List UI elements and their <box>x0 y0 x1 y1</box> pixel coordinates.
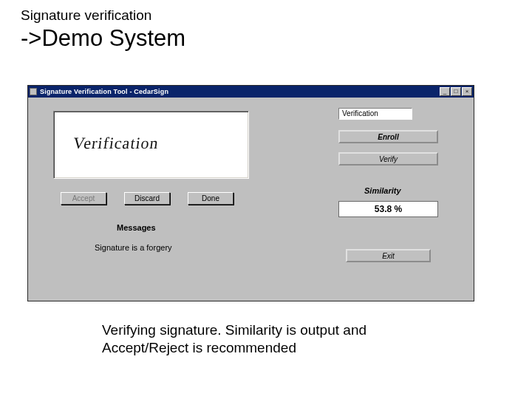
slide-overtitle: Signature verification <box>21 7 511 24</box>
messages-header: Messages <box>117 223 156 232</box>
slide-title: ->Demo System <box>21 25 511 52</box>
exit-button[interactable]: Exit <box>346 249 431 262</box>
window-title: Signature Verification Tool - CedarSign <box>40 88 168 95</box>
verify-button[interactable]: Verify <box>338 152 438 166</box>
minimize-button[interactable]: _ <box>440 87 450 96</box>
similarity-label: Similarity <box>364 186 401 195</box>
app-icon <box>30 88 37 95</box>
discard-button[interactable]: Discard <box>124 192 170 205</box>
verification-label-box: Verification <box>338 108 412 120</box>
titlebar[interactable]: Signature Verification Tool - CedarSign … <box>28 86 474 98</box>
accept-button[interactable]: Accept <box>61 192 106 205</box>
similarity-value: 53.8 % <box>338 201 438 217</box>
done-button[interactable]: Done <box>188 192 233 205</box>
signature-panel[interactable]: Verification <box>53 111 249 179</box>
messages-body: Signature is a forgery <box>95 243 172 252</box>
maximize-button[interactable]: □ <box>451 87 461 96</box>
signature-content: Verification <box>72 134 160 153</box>
window-client-area: Verification Accept Discard Done Message… <box>28 98 474 301</box>
close-button[interactable]: × <box>462 87 472 96</box>
slide: Signature verification ->Demo System Sig… <box>0 0 532 399</box>
app-window: Signature Verification Tool - CedarSign … <box>27 85 474 301</box>
enroll-button[interactable]: Enroll <box>338 130 438 143</box>
slide-caption: Verifying signature. Similarity is outpu… <box>102 321 427 357</box>
